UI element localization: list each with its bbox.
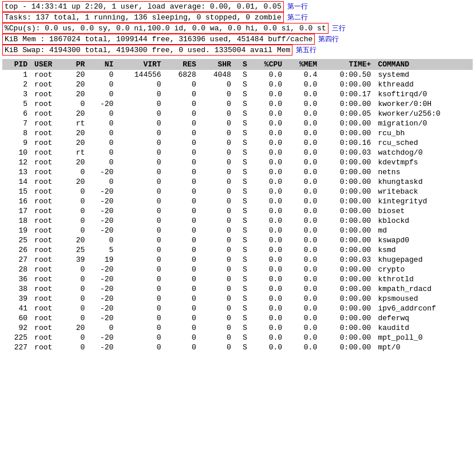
cell-pctmem: 0.0 xyxy=(286,206,320,216)
cell-virt: 0 xyxy=(117,148,164,158)
cell-ni: -20 xyxy=(88,216,117,226)
cell-pid: 25 xyxy=(2,235,31,245)
cell-pctmem: 0.0 xyxy=(286,216,320,226)
cell-user: root xyxy=(31,138,66,148)
cell-command: mpt/0 xyxy=(374,343,473,352)
cell-pctcpu: 0.0 xyxy=(251,158,286,167)
cell-pr: 39 xyxy=(66,255,88,265)
cell-user: root xyxy=(31,255,66,265)
cell-virt: 0 xyxy=(117,196,164,206)
cell-s: S xyxy=(235,226,251,235)
cell-timeplus: 0:00.00 xyxy=(320,216,374,226)
cell-pr: 0 xyxy=(66,196,88,206)
table-row: 28root0-20000S0.00.00:00.00crypto xyxy=(2,265,473,274)
cell-res: 6828 xyxy=(165,70,200,80)
cell-shr: 0 xyxy=(200,187,235,196)
cell-timeplus: 0:00.00 xyxy=(320,187,374,196)
cell-timeplus: 0:00.00 xyxy=(320,235,374,245)
cell-pr: 0 xyxy=(66,167,88,177)
cell-shr: 0 xyxy=(200,167,235,177)
cell-res: 0 xyxy=(165,255,200,265)
cell-virt: 0 xyxy=(117,167,164,177)
cell-user: root xyxy=(31,343,66,352)
cell-shr: 0 xyxy=(200,99,235,109)
cell-virt: 0 xyxy=(117,235,164,245)
cell-pctcpu: 0.0 xyxy=(251,323,286,333)
cell-res: 0 xyxy=(165,245,200,255)
cell-pid: 7 xyxy=(2,119,31,128)
cell-shr: 0 xyxy=(200,313,235,323)
col-time: TIME+ xyxy=(320,59,374,70)
cell-pr: 20 xyxy=(66,89,88,99)
cell-s: S xyxy=(235,99,251,109)
cell-user: root xyxy=(31,158,66,167)
cell-timeplus: 0:00.03 xyxy=(320,148,374,158)
cell-pctmem: 0.0 xyxy=(286,313,320,323)
cell-command: writeback xyxy=(374,187,473,196)
cell-user: root xyxy=(31,80,66,89)
cell-pr: rt xyxy=(66,148,88,158)
cell-virt: 0 xyxy=(117,245,164,255)
cell-ni: -20 xyxy=(88,265,117,274)
cell-pid: 19 xyxy=(2,226,31,235)
cell-pctcpu: 0.0 xyxy=(251,187,286,196)
cell-user: root xyxy=(31,128,66,138)
cell-ni: -20 xyxy=(88,99,117,109)
cell-res: 0 xyxy=(165,216,200,226)
cell-s: S xyxy=(235,128,251,138)
table-header-row: PID USER PR NI VIRT RES SHR S %CPU %MEM … xyxy=(2,59,473,70)
cell-user: root xyxy=(31,313,66,323)
cell-s: S xyxy=(235,343,251,352)
cell-virt: 0 xyxy=(117,294,164,304)
cell-pid: 17 xyxy=(2,206,31,216)
cell-ni: 5 xyxy=(88,245,117,255)
table-row: 25root200000S0.00.00:00.00kswapd0 xyxy=(2,235,473,245)
cell-command: watchdog/0 xyxy=(374,148,473,158)
cell-virt: 0 xyxy=(117,187,164,196)
cell-s: S xyxy=(235,187,251,196)
cell-s: S xyxy=(235,274,251,284)
cell-user: root xyxy=(31,89,66,99)
cell-pr: 20 xyxy=(66,235,88,245)
cell-s: S xyxy=(235,265,251,274)
cell-shr: 0 xyxy=(200,109,235,119)
cell-ni: 0 xyxy=(88,109,117,119)
table-row: 10rootrt0000S0.00.00:00.03watchdog/0 xyxy=(2,148,473,158)
cell-shr: 4048 xyxy=(200,70,235,80)
cell-timeplus: 0:00.00 xyxy=(320,333,374,343)
cell-user: root xyxy=(31,226,66,235)
cell-shr: 0 xyxy=(200,216,235,226)
cell-res: 0 xyxy=(165,274,200,284)
cell-command: rcu_sched xyxy=(374,138,473,148)
cell-ni: -20 xyxy=(88,313,117,323)
cell-virt: 0 xyxy=(117,265,164,274)
cell-pid: 15 xyxy=(2,187,31,196)
cell-pctcpu: 0.0 xyxy=(251,196,286,206)
cell-pr: 20 xyxy=(66,323,88,333)
cell-command: kintegrityd xyxy=(374,196,473,206)
table-row: 60root0-20000S0.00.00:00.00deferwq xyxy=(2,313,473,323)
cell-ni: 0 xyxy=(88,89,117,99)
cell-user: root xyxy=(31,206,66,216)
cell-virt: 0 xyxy=(117,80,164,89)
cell-timeplus: 0:00.00 xyxy=(320,119,374,128)
cell-s: S xyxy=(235,313,251,323)
cell-virt: 0 xyxy=(117,177,164,187)
cell-pctcpu: 0.0 xyxy=(251,304,286,313)
col-shr: SHR xyxy=(200,59,235,70)
cell-shr: 0 xyxy=(200,196,235,206)
cell-pctmem: 0.0 xyxy=(286,274,320,284)
col-command: COMMAND xyxy=(374,59,473,70)
cell-virt: 0 xyxy=(117,99,164,109)
cell-shr: 0 xyxy=(200,333,235,343)
cell-ni: -20 xyxy=(88,187,117,196)
cell-timeplus: 0:00.00 xyxy=(320,158,374,167)
table-row: 5root0-20000S0.00.00:00.00kworker/0:0H xyxy=(2,99,473,109)
cell-s: S xyxy=(235,216,251,226)
cell-res: 0 xyxy=(165,284,200,294)
cell-ni: 0 xyxy=(88,148,117,158)
cell-pctcpu: 0.0 xyxy=(251,89,286,99)
table-row: 17root0-20000S0.00.00:00.00bioset xyxy=(2,206,473,216)
cell-user: root xyxy=(31,148,66,158)
col-s: S xyxy=(235,59,251,70)
